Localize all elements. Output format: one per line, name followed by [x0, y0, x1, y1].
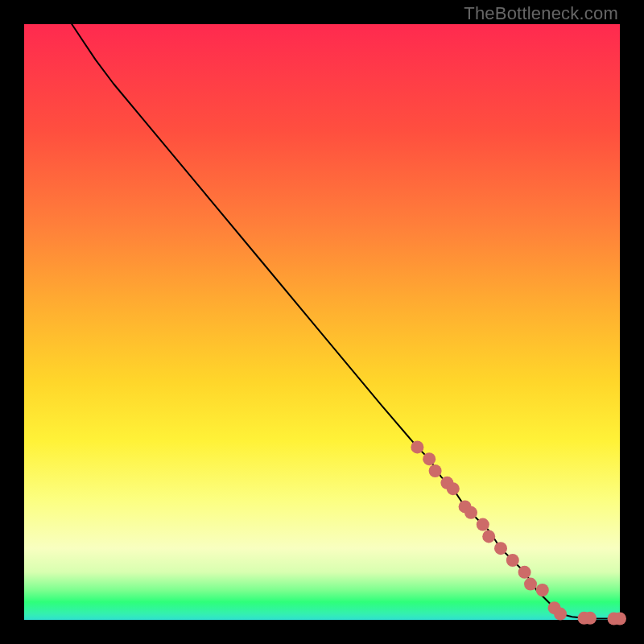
data-point-marker	[429, 464, 442, 477]
performance-curve	[72, 24, 620, 619]
data-point-marker	[524, 578, 537, 591]
chart-frame	[24, 24, 620, 620]
data-point-marker	[506, 554, 519, 567]
curve-layer	[24, 24, 620, 620]
data-point-marker	[613, 613, 626, 625]
data-point-marker	[477, 518, 489, 531]
data-point-marker	[411, 440, 423, 453]
data-point-marker	[536, 584, 549, 597]
marker-group	[411, 440, 626, 625]
data-point-marker	[423, 452, 436, 465]
data-point-marker	[554, 608, 567, 621]
data-point-marker	[494, 542, 507, 555]
watermark-text: TheBottleneck.com	[464, 3, 618, 24]
data-point-marker	[482, 530, 495, 543]
data-point-marker	[464, 506, 477, 519]
data-point-marker	[518, 566, 531, 579]
data-point-marker	[447, 482, 460, 495]
data-point-marker	[584, 612, 597, 625]
